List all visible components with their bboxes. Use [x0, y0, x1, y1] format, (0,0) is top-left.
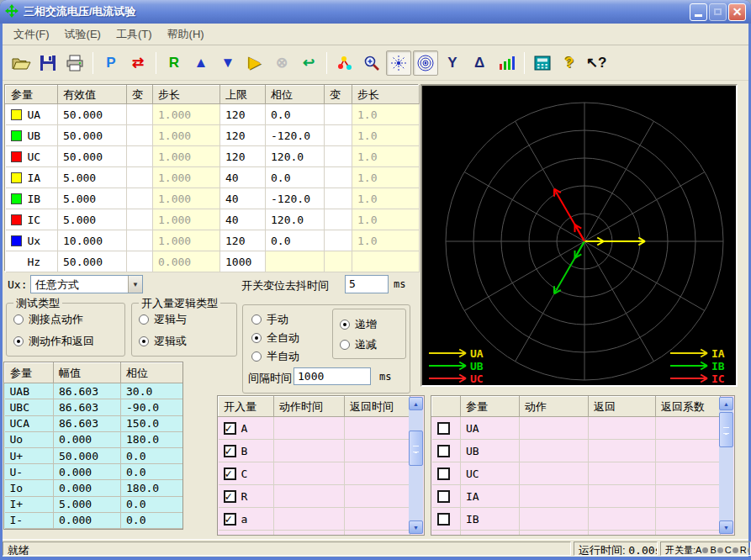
zoom-in-button[interactable]: [359, 50, 384, 76]
radio-action-return[interactable]: [13, 336, 24, 346]
lower-button[interactable]: ▼: [215, 50, 241, 76]
vary-cell[interactable]: [127, 251, 153, 272]
rms-cell[interactable]: 5.000: [58, 188, 127, 209]
delta-connection-button[interactable]: Δ: [467, 50, 492, 76]
radio-semi-auto[interactable]: [251, 351, 262, 362]
rays-view-button[interactable]: [386, 50, 411, 76]
vary-cell[interactable]: [127, 209, 153, 230]
vary-cell[interactable]: [127, 146, 153, 167]
vary-cell[interactable]: [325, 167, 352, 188]
phase-cell[interactable]: 0.0: [266, 167, 325, 188]
undo-button[interactable]: ↩: [296, 50, 321, 76]
limit-cell[interactable]: 120: [220, 146, 266, 167]
phase-cell[interactable]: -120.0: [266, 188, 325, 209]
limit-cell[interactable]: 40: [220, 209, 266, 230]
param-checkbox[interactable]: [437, 536, 450, 536]
scrollbar[interactable]: ▲ ▼: [719, 397, 733, 534]
vary-cell[interactable]: [127, 104, 153, 125]
save-button[interactable]: [35, 50, 61, 76]
rms-cell[interactable]: 50.000: [58, 146, 127, 167]
limit-cell[interactable]: 1000: [220, 251, 266, 272]
radio-decrement[interactable]: [340, 340, 350, 350]
rms-cell[interactable]: 50.000: [58, 125, 127, 146]
menu-test[interactable]: 试验(E): [57, 24, 108, 45]
vary-cell[interactable]: [127, 125, 153, 146]
input-checkbox[interactable]: [224, 536, 236, 536]
radio-manual[interactable]: [251, 314, 262, 325]
open-button[interactable]: [8, 50, 34, 76]
limit-cell[interactable]: 120: [220, 125, 266, 146]
rms-cell[interactable]: 50.000: [58, 104, 127, 125]
debounce-input[interactable]: 5: [345, 275, 389, 293]
radio-increment[interactable]: [340, 320, 350, 330]
title-bar[interactable]: 三相交流电压/电流试验 ✕: [0, 0, 751, 24]
rms-cell[interactable]: 5.000: [58, 209, 127, 230]
menu-file[interactable]: 文件(F): [6, 24, 57, 45]
radio-logic-and[interactable]: [139, 314, 149, 325]
menu-help[interactable]: 帮助(H): [160, 24, 212, 45]
param-checkbox[interactable]: [437, 468, 450, 480]
y-connection-button[interactable]: Y: [440, 50, 465, 76]
scroll-up-icon[interactable]: ▲: [719, 397, 733, 410]
calculator-button[interactable]: [530, 50, 555, 76]
limit-cell[interactable]: 120: [220, 230, 266, 251]
limit-cell[interactable]: 120: [220, 104, 266, 125]
phase-cell[interactable]: 120.0: [266, 146, 325, 167]
close-button[interactable]: ✕: [728, 3, 746, 21]
stop-button[interactable]: ⊗: [269, 50, 294, 76]
vary-cell[interactable]: [325, 209, 352, 230]
vary-cell[interactable]: [127, 230, 153, 251]
scroll-up-icon[interactable]: ▲: [409, 397, 423, 410]
context-help-button[interactable]: ↖?: [584, 50, 609, 76]
limit-cell[interactable]: 40: [220, 167, 266, 188]
input-checkbox[interactable]: [224, 445, 236, 457]
input-checkbox[interactable]: [224, 422, 236, 435]
radio-logic-or[interactable]: [139, 336, 149, 346]
run-button[interactable]: ▶: [242, 50, 267, 76]
scroll-down-icon[interactable]: ▼: [719, 520, 733, 534]
scroll-down-icon[interactable]: ▼: [409, 520, 423, 534]
maximize-button[interactable]: [709, 3, 727, 21]
radio-contact-action[interactable]: [13, 314, 24, 325]
phase-cell[interactable]: -120.0: [266, 125, 325, 146]
phase-sequence-button[interactable]: ⇄: [125, 50, 151, 76]
chevron-down-icon[interactable]: ▼: [128, 276, 142, 293]
ux-mode-combo[interactable]: 任意方式 ▼: [30, 275, 143, 293]
param-checkbox[interactable]: [437, 422, 450, 435]
phase-cell[interactable]: 120.0: [266, 209, 325, 230]
scroll-thumb[interactable]: [409, 431, 423, 466]
vary-cell[interactable]: [325, 188, 352, 209]
param-checkbox[interactable]: [437, 490, 450, 503]
input-checkbox[interactable]: [224, 468, 236, 480]
vary-cell[interactable]: [325, 104, 352, 125]
raise-button[interactable]: ▲: [188, 50, 214, 76]
rms-cell[interactable]: 10.000: [58, 230, 127, 251]
vector-diagram-button[interactable]: [332, 50, 357, 76]
help-button[interactable]: ?: [557, 50, 582, 76]
vary-cell[interactable]: [325, 125, 352, 146]
input-checkbox[interactable]: [224, 513, 236, 526]
param-checkbox[interactable]: [437, 445, 450, 457]
harmonic-bars-button[interactable]: [494, 50, 519, 76]
radio-full-auto[interactable]: [251, 333, 262, 343]
voltage-parameter-button[interactable]: P: [98, 50, 124, 76]
vary-cell[interactable]: [127, 188, 153, 209]
phase-cell[interactable]: 0.0: [266, 104, 325, 125]
rms-cell[interactable]: 50.000: [58, 251, 127, 272]
print-button[interactable]: [62, 50, 87, 76]
scroll-thumb[interactable]: [719, 412, 733, 447]
limit-cell[interactable]: 40: [220, 188, 266, 209]
interval-input[interactable]: 1000: [294, 367, 371, 385]
concentric-view-button[interactable]: [413, 50, 438, 76]
current-parameter-button[interactable]: R: [161, 50, 187, 76]
phase-cell[interactable]: 0.0: [266, 230, 325, 251]
minimize-button[interactable]: [690, 3, 707, 21]
vary-cell[interactable]: [325, 146, 352, 167]
rms-cell[interactable]: 5.000: [58, 167, 127, 188]
param-checkbox[interactable]: [437, 513, 450, 526]
vary-cell[interactable]: [127, 167, 153, 188]
scrollbar[interactable]: ▲ ▼: [409, 397, 423, 534]
input-checkbox[interactable]: [224, 490, 236, 503]
menu-tools[interactable]: 工具(T): [108, 24, 160, 45]
vary-cell[interactable]: [325, 230, 352, 251]
